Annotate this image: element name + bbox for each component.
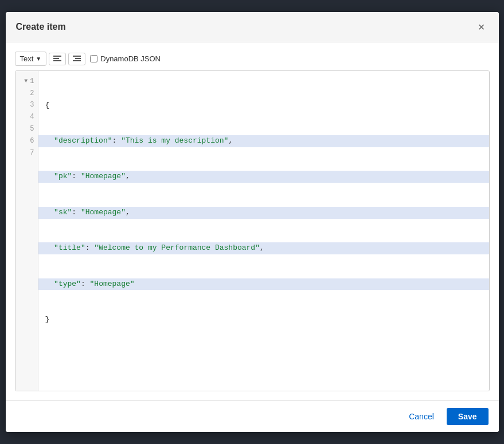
- create-item-modal: Create item × Text ▼: [6, 12, 499, 432]
- cancel-button[interactable]: Cancel: [402, 408, 441, 425]
- svg-rect-4: [75, 58, 81, 59]
- modal-header: Create item ×: [6, 12, 499, 42]
- line-num-2: 2: [20, 88, 34, 100]
- align-right-icon: [73, 56, 81, 62]
- save-button[interactable]: Save: [447, 408, 489, 425]
- code-line-3: "pk": "Homepage",: [38, 171, 489, 183]
- svg-rect-1: [53, 58, 59, 59]
- code-editor[interactable]: ▼ 1 2 3 4 5 6 7 { "description": "This i…: [15, 71, 489, 391]
- code-line-6: "type": "Homepage": [38, 278, 489, 290]
- svg-rect-3: [73, 56, 81, 57]
- modal-title: Create item: [16, 22, 66, 32]
- line-num-1: ▼ 1: [20, 76, 34, 88]
- align-left-button[interactable]: [49, 53, 66, 65]
- modal-footer: Cancel Save: [6, 400, 499, 432]
- editor-toolbar: Text ▼: [15, 52, 490, 66]
- line-num-6: 6: [20, 135, 34, 147]
- code-line-7: }: [45, 314, 482, 326]
- dropdown-arrow-icon: ▼: [36, 56, 41, 62]
- svg-rect-0: [53, 56, 61, 57]
- line-num-5: 5: [20, 123, 34, 135]
- close-button[interactable]: ×: [475, 20, 489, 34]
- dynamo-json-checkbox[interactable]: [90, 55, 97, 62]
- svg-rect-2: [53, 60, 61, 61]
- code-line-5: "title": "Welcome to my Performance Dash…: [38, 242, 489, 254]
- code-line-1: {: [45, 100, 482, 112]
- line-numbers: ▼ 1 2 3 4 5 6 7: [15, 71, 38, 391]
- svg-rect-5: [73, 60, 81, 61]
- line-num-3: 3: [20, 100, 34, 112]
- text-type-label: Text: [20, 54, 34, 63]
- modal-body: Text ▼: [6, 42, 499, 400]
- text-type-dropdown[interactable]: Text ▼: [15, 52, 47, 66]
- modal-overlay: Create item × Text ▼: [0, 0, 504, 444]
- collapse-arrow-icon: ▼: [24, 77, 28, 86]
- code-editor-container[interactable]: ▼ 1 2 3 4 5 6 7 { "description": "This i…: [15, 70, 490, 391]
- code-content[interactable]: { "description": "This is my description…: [38, 71, 489, 391]
- align-left-icon: [53, 56, 61, 62]
- line-num-7: 7: [20, 147, 34, 159]
- align-right-button[interactable]: [68, 53, 85, 65]
- line-num-4: 4: [20, 111, 34, 123]
- dynamo-json-checkbox-label[interactable]: DynamoDB JSON: [90, 54, 161, 63]
- dynamo-json-label: DynamoDB JSON: [100, 54, 161, 63]
- code-line-4: "sk": "Homepage",: [38, 207, 489, 219]
- code-line-2: "description": "This is my description",: [38, 135, 489, 147]
